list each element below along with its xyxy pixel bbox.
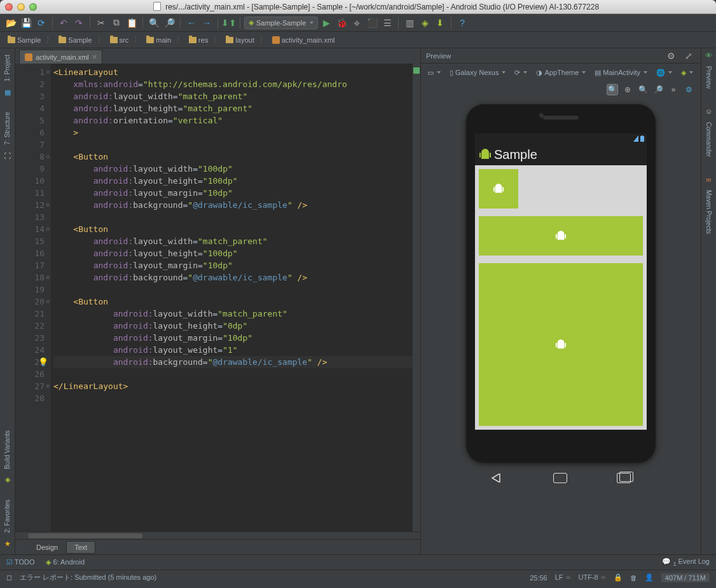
breadcrumb-item[interactable]: activity_main.xml [268,35,339,45]
breadcrumb-item[interactable]: layout [222,35,258,45]
chevron-right-icon: 〉 [97,34,105,45]
zoom-reset-icon[interactable]: ⊕ [622,84,633,95]
folder-icon [8,37,15,43]
design-tab[interactable]: Design [28,541,66,554]
zoom-out-icon[interactable]: 🔎 [652,84,664,95]
run-config-dropdown[interactable]: ◈ Sample-Sample [244,17,318,29]
activity-dropdown[interactable]: ▤ MainActivity [592,67,650,78]
preview-button-2 [479,216,643,256]
make-button[interactable]: ⬇⬆ [222,16,236,30]
save-button[interactable]: 💾 [19,16,33,30]
favorites-tool-tab[interactable]: 2: Favorites [3,496,12,537]
window-title: res/.../activity_main.xml - [Sample-Samp… [41,2,711,11]
device-preview-stage: Sample [421,98,701,554]
device-screen[interactable]: Sample [475,133,647,430]
stop-button[interactable]: ⬛ [365,16,379,30]
maven-icon: m [705,175,713,184]
breadcrumb-bar: Sample〉Sample〉src〉main〉res〉layout〉activi… [0,32,716,48]
horizontal-scrollbar[interactable] [15,531,420,539]
theme-dropdown[interactable]: ◑ AppTheme [534,67,588,78]
editor-tabbar: activity_main.xml × [15,48,420,64]
chevron-right-icon: 〉 [46,34,53,45]
config-dropdown[interactable]: ▭ [425,67,443,78]
build-variants-tab[interactable]: Build Variants [3,427,12,473]
zoom-fit-icon[interactable]: 🔍 [607,84,618,95]
open-button[interactable]: 📂 [4,16,18,30]
help-button[interactable]: ? [455,16,469,30]
breadcrumb-item[interactable]: res [185,35,212,45]
commander-tool-tab[interactable]: Commander [704,118,713,161]
attach-debugger-button[interactable]: ⎆ [350,16,364,30]
close-tab-icon[interactable]: × [92,52,97,62]
api-dropdown[interactable]: ◈ [678,67,696,78]
svg-rect-0 [640,136,644,142]
android-tool-tab[interactable]: ◈ 6: Android [46,558,85,566]
minimize-window-button[interactable] [17,3,25,11]
folder-icon [226,37,233,43]
event-log-tab[interactable]: 💬 1 Event Log [662,557,710,567]
sync-button[interactable]: ⟳ [34,16,48,30]
project-tool-tab[interactable]: 1: Project [3,51,12,85]
preview-tool-tab[interactable]: Preview [704,62,713,93]
debug-button[interactable]: 🐞 [334,16,348,30]
minimize-panel-icon[interactable]: ⤢ [682,49,696,63]
sdk-manager-button[interactable]: ⬇ [433,16,447,30]
todo-tool-tab[interactable]: ☑ TODO [6,558,34,566]
settings-icon[interactable]: ⚙ [683,84,694,95]
run-button[interactable]: ▶ [319,16,333,30]
intention-bulb-icon[interactable]: 💡 [38,356,48,368]
android-navbar [466,467,656,489]
breadcrumb-item[interactable]: Sample [4,35,45,45]
zoom-in-icon[interactable]: 🔍 [637,84,649,95]
text-tab[interactable]: Text [66,541,95,554]
balloon-icon: 💬 [662,557,671,565]
forward-button[interactable]: → [200,16,214,30]
structure-tool-tab[interactable]: 7: Structure [3,108,12,149]
gear-icon[interactable]: ⚙ [664,49,678,63]
editor-tab-activity-main[interactable]: activity_main.xml × [19,50,102,64]
redo-button[interactable]: ↷ [72,16,86,30]
monitor-button[interactable]: ☰ [380,16,394,30]
memory-indicator[interactable]: 407M / 711M [661,573,710,582]
code-editor[interactable]: ⊟1234567⊟891011⊞1213⊟14151617⊞1819⊟20212… [15,64,420,531]
caret-position: 25:56 [530,574,547,582]
trash-icon[interactable]: 🗑 [630,574,637,582]
zoom-window-button[interactable] [29,3,37,11]
cut-button[interactable]: ✂ [94,16,108,30]
home-icon [553,473,567,483]
replace-button[interactable]: 🔎 [162,16,176,30]
breadcrumb-item[interactable]: src [106,35,133,45]
copy-button[interactable]: ⧉ [109,16,123,30]
more-icon[interactable]: » [668,84,679,95]
maven-tool-tab[interactable]: Maven Projects [704,186,713,238]
orientation-dropdown[interactable]: ⟳ [512,67,530,78]
find-button[interactable]: 🔍 [147,16,161,30]
undo-button[interactable]: ↶ [57,16,71,30]
back-button[interactable]: ← [184,16,198,30]
svg-rect-1 [642,135,643,136]
folder-icon [146,37,154,43]
scrollbar-thumb[interactable] [28,533,142,538]
android-icon: ◈ [249,18,254,27]
close-window-button[interactable] [5,3,13,11]
paste-button[interactable]: 📋 [125,16,139,30]
xml-file-icon [272,36,280,44]
chevron-right-icon: 〉 [134,34,141,45]
android-manager-button[interactable]: ◈ [418,16,432,30]
battery-icon [640,135,644,142]
line-separator[interactable]: LF ≑ [555,573,571,582]
hector-icon[interactable]: 👤 [645,573,654,582]
commander-icon: ☺ [705,107,713,116]
avd-button[interactable]: ▥ [403,16,417,30]
lock-icon[interactable]: 🔒 [614,573,623,582]
breadcrumb-item[interactable]: Sample [55,35,95,45]
breadcrumb-item[interactable]: main [142,35,175,45]
toggle-tool-windows-icon[interactable]: ◻ [6,573,12,582]
android-actionbar: Sample [475,144,647,165]
file-encoding[interactable]: UTF-8 ≑ [579,573,606,582]
editor-panel: activity_main.xml × ⊟1234567⊟891011⊞1213… [15,48,421,554]
back-icon [491,474,504,482]
device-dropdown[interactable]: ▯ Galaxy Nexus [447,67,508,78]
locale-dropdown[interactable]: 🌐 [654,67,675,78]
chevron-right-icon: 〉 [213,34,221,45]
